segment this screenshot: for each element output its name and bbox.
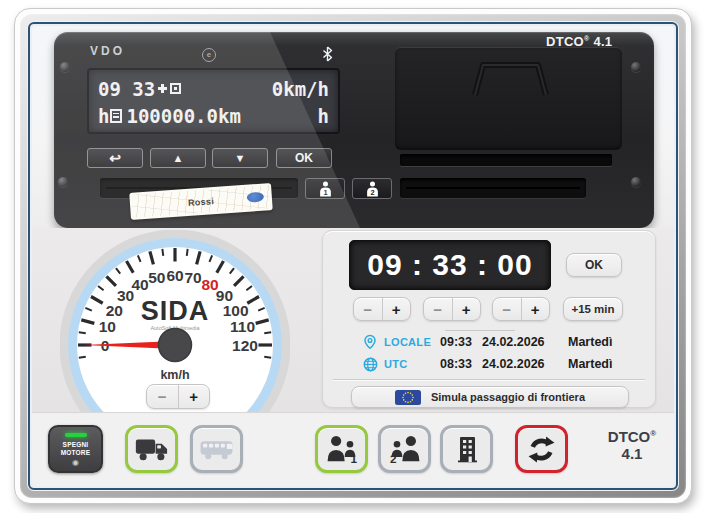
svg-text:110: 110 (230, 318, 255, 335)
border-crossing-label: Simula passaggio di frontiera (431, 391, 585, 403)
local-time-row: LOCALE 09:33 24.02.2026 Martedì (363, 334, 612, 350)
display-line-2: h 100000.0km h (98, 102, 329, 129)
svg-text:2: 2 (370, 187, 374, 196)
utc-day: Martedì (568, 357, 612, 371)
svg-text:50: 50 (148, 269, 165, 286)
svg-text:1: 1 (350, 452, 357, 464)
bluetooth-icon (322, 46, 333, 66)
reset-button[interactable] (515, 425, 568, 473)
local-time: 09:33 (440, 335, 482, 349)
utc-date: 24.02.2026 (482, 357, 568, 371)
printer-paper-slot (400, 154, 612, 166)
display-time: 09 33 (98, 78, 155, 100)
minutes-stepper: − + (423, 297, 481, 321)
hours-stepper: − + (353, 297, 411, 321)
back-button[interactable]: ↩ (87, 148, 143, 168)
emark-icon: e (202, 48, 216, 62)
svg-text:120: 120 (232, 337, 258, 354)
action-bar: SPEGNIMOTORE ◉ (32, 414, 674, 486)
device-outer-bezel: DTCO® 4.1 VDO e 09 33 0km/h (14, 8, 692, 504)
vdo-logo: VDO (90, 44, 125, 58)
driver-2-key[interactable]: 2 (352, 178, 392, 199)
clock-display: 09 : 33 : 00 (349, 240, 551, 290)
dtco-version-label: DTCO® 4.1 (599, 428, 665, 463)
screw-icon (631, 62, 641, 72)
tachograph-unit: DTCO® 4.1 VDO e 09 33 0km/h (54, 32, 654, 228)
driver-card-name: Rossi (188, 196, 215, 208)
device-metal-bezel: DTCO® 4.1 VDO e 09 33 0km/h (20, 14, 686, 498)
company-button[interactable] (440, 425, 493, 473)
dtco-simulator-window: DTCO® 4.1 VDO e 09 33 0km/h (0, 0, 708, 513)
seconds-plus-button[interactable]: + (522, 298, 550, 320)
svg-text:40: 40 (131, 276, 148, 293)
driver-1-button[interactable]: 1 (315, 425, 368, 473)
ok-button[interactable]: OK (276, 148, 332, 168)
hours-plus-button[interactable]: + (383, 298, 411, 320)
driver-card-icon (110, 109, 122, 123)
driver2-activity: h (318, 105, 329, 127)
speed-plus-button[interactable]: + (179, 385, 210, 408)
seconds-stepper: − + (492, 297, 550, 321)
driver-1-icon: 1 (326, 434, 358, 464)
minutes-minus-button[interactable]: − (424, 298, 453, 320)
display-line-1: 09 33 0km/h (98, 75, 329, 102)
truck-mode-button[interactable] (125, 425, 178, 473)
location-pin-icon (363, 334, 379, 350)
svg-text:70: 70 (184, 269, 201, 286)
card-flag-icon (247, 192, 265, 203)
driver-1-key[interactable]: 1 (305, 178, 345, 199)
person-1-icon: 1 (318, 181, 333, 197)
content-area: DTCO® 4.1 VDO e 09 33 0km/h (32, 26, 674, 486)
printer-handle-icon (395, 48, 622, 151)
speed-minus-button[interactable]: − (147, 385, 179, 408)
svg-text:10: 10 (99, 318, 116, 335)
svg-text:20: 20 (106, 302, 123, 319)
local-label: LOCALE (384, 336, 440, 348)
screw-icon (58, 177, 68, 187)
divider (333, 379, 645, 380)
clock-panel: 09 : 33 : 00 OK − + − + − + +15 min (322, 230, 656, 408)
globe-icon (363, 357, 379, 372)
card-slot-2[interactable] (400, 178, 586, 198)
engine-off-button[interactable]: SPEGNIMOTORE ◉ (48, 425, 103, 473)
local-day: Martedì (568, 335, 612, 349)
speed-stepper: − + (146, 384, 210, 409)
eu-flag-icon (395, 390, 421, 405)
gauge-unit: km/h (160, 368, 189, 382)
power-icon: ◉ (72, 459, 79, 467)
border-crossing-button[interactable]: Simula passaggio di frontiera (351, 386, 629, 408)
bus-mode-button[interactable] (190, 425, 243, 473)
down-button[interactable]: ▼ (212, 148, 268, 168)
tachograph-display: 09 33 0km/h h 100000.0km h (87, 68, 340, 134)
bus-icon (200, 438, 233, 461)
gauge-brand: SIDA (141, 296, 210, 326)
driver-2-icon: 2 (389, 434, 421, 464)
svg-text:2: 2 (390, 452, 397, 464)
engine-led-icon (65, 433, 87, 437)
plus-15-min-button[interactable]: +15 min (563, 297, 623, 321)
minutes-plus-button[interactable]: + (453, 298, 481, 320)
driver-2-button[interactable]: 2 (378, 425, 431, 473)
device-inner-frame: DTCO® 4.1 VDO e 09 33 0km/h (28, 22, 678, 490)
utc-time-row: UTC 08:33 24.02.2026 Martedì (363, 356, 612, 372)
screw-icon (60, 62, 70, 72)
utc-time: 08:33 (440, 357, 482, 371)
controls-section: 0102030405060708090100110120 SIDA AutoSo… (32, 228, 674, 412)
driver1-activity: h (98, 105, 109, 127)
utc-label: UTC (384, 358, 440, 370)
display-odometer: 100000.0km (126, 105, 240, 127)
seconds-minus-button[interactable]: − (493, 298, 522, 320)
tachograph-section: DTCO® 4.1 VDO e 09 33 0km/h (32, 26, 674, 228)
truck-icon (135, 437, 169, 462)
person-2-icon: 2 (365, 181, 380, 197)
svg-text:1: 1 (323, 187, 327, 196)
printer-door[interactable] (395, 47, 622, 150)
plus-icon (158, 84, 167, 93)
up-button[interactable]: ▲ (150, 148, 206, 168)
svg-text:100: 100 (223, 302, 249, 319)
clock-ok-button[interactable]: OK (566, 253, 622, 277)
reset-icon (526, 434, 557, 465)
local-date: 24.02.2026 (482, 335, 568, 349)
svg-text:60: 60 (166, 267, 183, 284)
hours-minus-button[interactable]: − (354, 298, 383, 320)
